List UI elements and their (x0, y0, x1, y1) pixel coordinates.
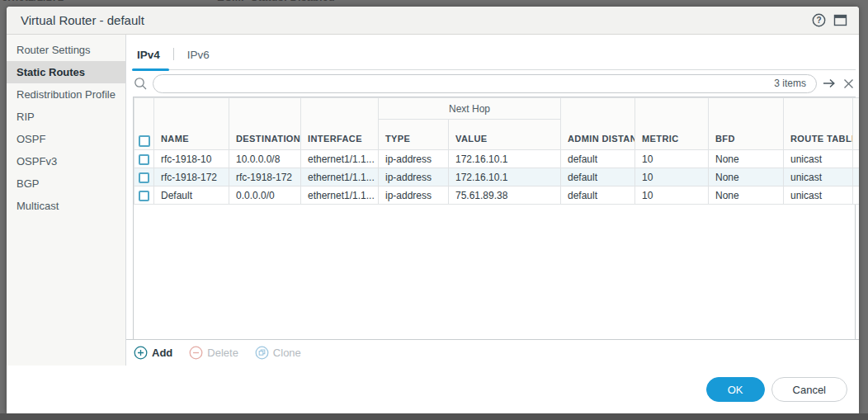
column-header-destination[interactable]: DESTINATION (229, 98, 301, 150)
cancel-button[interactable]: Cancel (771, 377, 847, 402)
cell-destination: 10.0.0.0/8 (229, 150, 301, 168)
cell-type: ip-address (379, 168, 449, 186)
sidebar-item-multicast[interactable]: Multicast (7, 195, 125, 217)
cell-interface: ethernet1/1.1... (301, 150, 379, 168)
scrollbar-gutter (853, 98, 859, 150)
cell-route-table: unicast (784, 150, 853, 168)
sidebar-item-ospfv3[interactable]: OSPFv3 (7, 150, 125, 172)
help-icon[interactable]: ? (812, 13, 826, 27)
column-header-route-table[interactable]: ROUTE TABLE (784, 98, 853, 150)
cell-type: ip-address (379, 186, 449, 205)
cell-bfd: None (709, 168, 784, 186)
column-header-metric[interactable]: METRIC (635, 98, 709, 150)
table-row[interactable]: rfc-1918-10 10.0.0.0/8 ethernet1/1.1... … (134, 150, 859, 168)
cell-interface: ethernet1/1.1... (301, 186, 379, 205)
cell-destination: 0.0.0.0/0 (229, 186, 301, 205)
column-header-value[interactable]: VALUE (449, 120, 561, 150)
column-header-name[interactable]: NAME (154, 98, 229, 150)
plus-circle-icon (134, 346, 148, 360)
cell-destination: rfc-1918-172 (229, 168, 301, 186)
table-row[interactable]: Default 0.0.0.0/0 ethernet1/1.1... ip-ad… (134, 186, 859, 205)
row-checkbox[interactable] (139, 191, 149, 201)
table-row[interactable]: rfc-1918-172 rfc-1918-172 ethernet1/1.1.… (134, 168, 859, 186)
add-button[interactable]: Add (134, 346, 172, 360)
dialog-body: Router Settings Static Routes Redistribu… (7, 35, 859, 366)
search-pill: 3 items (153, 74, 817, 93)
column-group-next-hop: Next Hop (379, 98, 561, 120)
cell-value: 172.16.10.1 (449, 150, 561, 168)
cell-admin-distance: default (561, 186, 635, 205)
tab-ipv4[interactable]: IPv4 (133, 49, 164, 69)
sidebar-nav: Router Settings Static Routes Redistribu… (7, 35, 126, 366)
sidebar-item-router-settings[interactable]: Router Settings (7, 39, 125, 61)
dialog-titlebar: Virtual Router - default ? (7, 7, 859, 35)
apply-filter-button[interactable] (821, 76, 837, 91)
virtual-router-dialog: Virtual Router - default ? Router Settin… (7, 7, 859, 413)
dialog-title: Virtual Router - default (21, 13, 144, 27)
items-count-badge: 3 items (767, 78, 806, 89)
cell-admin-distance: default (561, 150, 635, 168)
sidebar-item-redistribution-profile[interactable]: Redistribution Profile (7, 83, 125, 106)
table-empty-area (134, 205, 855, 339)
cell-interface: ethernet1/1.1... (301, 168, 379, 186)
cell-type: ip-address (379, 150, 449, 168)
tab-bar: IPv4 IPv6 (133, 35, 856, 70)
select-all-header-cell (134, 98, 154, 150)
cell-value: 75.61.89.38 (449, 186, 561, 205)
sidebar-item-ospf[interactable]: OSPF (7, 128, 125, 150)
search-icon (133, 76, 149, 92)
cell-route-table: unicast (784, 168, 853, 186)
dialog-footer: OK Cancel (7, 366, 859, 413)
search-input[interactable] (163, 78, 767, 89)
cell-metric: 10 (635, 150, 709, 168)
clear-filter-button[interactable] (842, 77, 856, 91)
row-checkbox[interactable] (139, 172, 149, 183)
row-checkbox[interactable] (139, 154, 149, 165)
background-partial-text-interface: ernet1/1.172 (2, 0, 64, 3)
cell-value: 172.16.10.1 (449, 168, 561, 186)
column-header-admin-distance[interactable]: ADMIN DISTANCE (561, 98, 635, 150)
delete-button[interactable]: Delete (189, 346, 238, 360)
column-header-interface[interactable]: INTERFACE (301, 98, 379, 150)
minus-circle-icon (189, 346, 203, 360)
clone-button[interactable]: Clone (255, 346, 301, 360)
main-panel: IPv4 IPv6 3 items (126, 35, 859, 366)
ok-button[interactable]: OK (706, 377, 765, 402)
page-bottom-edge (0, 413, 868, 420)
cell-metric: 10 (635, 186, 709, 205)
table-actions-bar: Add Delete Clone (126, 339, 859, 366)
cell-bfd: None (709, 186, 784, 205)
clone-icon (255, 346, 269, 360)
column-header-bfd[interactable]: BFD (709, 98, 784, 150)
select-all-checkbox[interactable] (139, 135, 150, 147)
column-header-type[interactable]: TYPE (379, 120, 449, 150)
static-routes-table: NAME DESTINATION INTERFACE Next Hop ADMI… (134, 97, 859, 205)
sidebar-item-bgp[interactable]: BGP (7, 172, 125, 195)
cell-name: rfc-1918-10 (154, 150, 229, 168)
background-partial-text-ecmp: ECMP Status: Disabled (217, 0, 335, 3)
cell-route-table: unicast (784, 186, 853, 205)
cell-name: rfc-1918-172 (154, 168, 229, 186)
window-icon[interactable] (833, 14, 847, 26)
cell-metric: 10 (635, 168, 709, 186)
search-row: 3 items (133, 70, 856, 97)
cell-name: Default (154, 186, 229, 205)
cell-bfd: None (709, 150, 784, 168)
svg-text:?: ? (816, 16, 821, 25)
sidebar-item-static-routes[interactable]: Static Routes (7, 61, 125, 83)
sidebar-item-rip[interactable]: RIP (7, 106, 125, 128)
tab-ipv6[interactable]: IPv6 (183, 49, 214, 69)
static-routes-table-container: NAME DESTINATION INTERFACE Next Hop ADMI… (133, 97, 856, 339)
cell-admin-distance: default (561, 168, 635, 186)
tab-divider (173, 48, 174, 60)
